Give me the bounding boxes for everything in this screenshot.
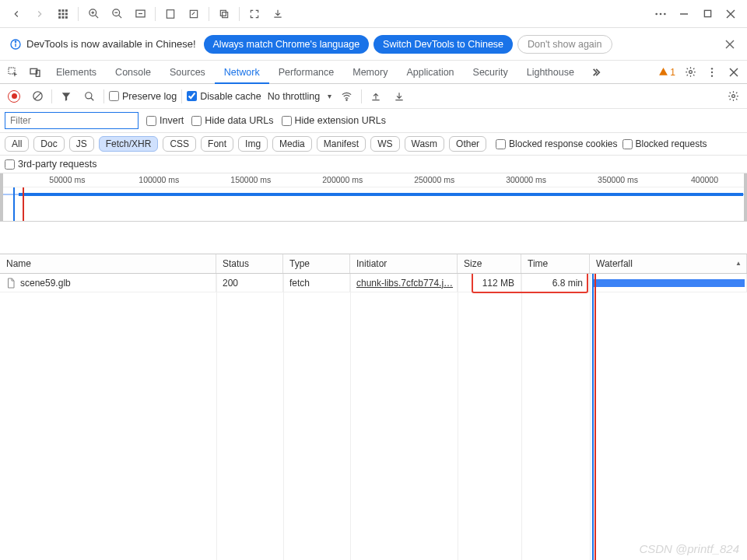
back-icon[interactable]: [5, 2, 28, 26]
tab-sources[interactable]: Sources: [160, 61, 215, 84]
svg-rect-6: [58, 16, 61, 18]
blocked-cookies-label: Blocked response cookies: [509, 138, 617, 149]
timeline-tick: 150000 ms: [230, 175, 271, 184]
clear-icon[interactable]: [28, 87, 47, 106]
timeline-tick: 50000 ms: [49, 175, 85, 184]
col-header-status[interactable]: Status: [216, 254, 283, 273]
type-filter-manifest[interactable]: Manifest: [317, 136, 366, 152]
edit-icon[interactable]: [182, 2, 205, 26]
svg-rect-19: [190, 10, 197, 17]
type-filter-css[interactable]: CSS: [163, 136, 196, 152]
minimize-icon[interactable]: [672, 2, 696, 26]
filter-toggle-icon[interactable]: [57, 87, 75, 106]
download-icon[interactable]: [266, 2, 289, 26]
record-button[interactable]: [5, 87, 23, 106]
match-language-button[interactable]: Always match Chrome's language: [204, 35, 370, 54]
close-icon[interactable]: [719, 2, 742, 26]
apps-grid-icon[interactable]: [51, 2, 75, 26]
warnings-badge[interactable]: 1: [655, 67, 679, 78]
forward-icon[interactable]: [28, 2, 51, 26]
banner-close-icon[interactable]: [722, 37, 738, 52]
col-header-initiator[interactable]: Initiator: [350, 254, 458, 273]
type-filter-ws[interactable]: WS: [370, 136, 399, 152]
type-filter-img[interactable]: Img: [238, 136, 268, 152]
col-header-type[interactable]: Type: [283, 254, 350, 273]
settings-gear-icon[interactable]: [680, 62, 700, 82]
invert-checkbox[interactable]: Invert: [146, 115, 184, 126]
hide-ext-urls-checkbox[interactable]: Hide extension URLs: [282, 115, 386, 126]
svg-point-24: [664, 12, 666, 15]
initiator-link[interactable]: chunk-libs.7cfcb774.j…: [356, 278, 453, 289]
wifi-icon[interactable]: [338, 87, 356, 106]
zoom-in-icon[interactable]: [82, 2, 105, 26]
blocked-requests-checkbox[interactable]: Blocked requests: [622, 138, 707, 149]
copy-icon[interactable]: [212, 2, 236, 26]
device-toolbar-icon[interactable]: [25, 62, 45, 82]
disable-cache-checkbox[interactable]: Disable cache: [187, 91, 261, 102]
devtools-tabstrip: ElementsConsoleSourcesNetworkPerformance…: [0, 61, 747, 84]
col-header-size[interactable]: Size: [458, 254, 521, 273]
more-tabs-icon[interactable]: [585, 62, 605, 82]
type-filter-media[interactable]: Media: [272, 136, 312, 152]
third-party-checkbox[interactable]: 3rd-party requests: [5, 159, 96, 170]
svg-point-39: [711, 71, 713, 72]
type-filter-all[interactable]: All: [5, 136, 29, 152]
tab-network[interactable]: Network: [215, 61, 269, 84]
col-header-waterfall[interactable]: Waterfall: [590, 254, 747, 273]
network-settings-gear-icon[interactable]: [724, 87, 742, 106]
fullscreen-icon[interactable]: [243, 2, 266, 26]
svg-rect-20: [223, 12, 228, 17]
col-header-time[interactable]: Time: [521, 254, 590, 273]
preserve-log-label: Preserve log: [122, 91, 177, 102]
preserve-log-checkbox[interactable]: Preserve log: [109, 91, 177, 102]
svg-rect-4: [62, 12, 65, 15]
import-har-icon[interactable]: [366, 87, 385, 106]
type-filter-fetch-xhr[interactable]: Fetch/XHR: [99, 136, 159, 152]
svg-rect-7: [62, 16, 65, 18]
svg-rect-26: [704, 10, 710, 16]
hide-data-urls-checkbox[interactable]: Hide data URLs: [191, 115, 273, 126]
zoom-out-icon[interactable]: [105, 2, 128, 26]
type-filter-other[interactable]: Other: [449, 136, 486, 152]
type-filter-wasm[interactable]: Wasm: [405, 136, 445, 152]
timeline-tick: 350000 ms: [598, 175, 638, 184]
type-filter-font[interactable]: Font: [201, 136, 233, 152]
timeline-handle-left[interactable]: [0, 173, 3, 221]
col-header-name[interactable]: Name: [0, 254, 216, 273]
search-icon[interactable]: [80, 87, 99, 106]
cell-type: fetch: [283, 274, 350, 292]
filter-input[interactable]: [5, 112, 139, 129]
type-filter-js[interactable]: JS: [69, 136, 94, 152]
tab-application[interactable]: Application: [397, 61, 463, 84]
table-row[interactable]: scene59.glb 200 fetch chunk-libs.7cfcb77…: [0, 274, 747, 292]
tab-memory[interactable]: Memory: [343, 61, 397, 84]
more-icon[interactable]: [649, 2, 672, 26]
throttling-select[interactable]: No throttling: [266, 89, 333, 103]
third-party-label: 3rd-party requests: [18, 159, 96, 170]
svg-point-47: [346, 100, 347, 100]
tab-security[interactable]: Security: [464, 61, 517, 84]
separator: [361, 89, 362, 103]
network-table: Name Status Type Initiator Size Time Wat…: [0, 254, 747, 560]
tab-lighthouse[interactable]: Lighthouse: [517, 61, 584, 84]
tab-performance[interactable]: Performance: [269, 61, 344, 84]
separator: [181, 89, 182, 103]
svg-point-48: [731, 95, 735, 98]
timeline-overview[interactable]: 50000 ms100000 ms150000 ms200000 ms25000…: [0, 173, 747, 222]
tab-elements[interactable]: Elements: [47, 61, 106, 84]
tab-console[interactable]: Console: [106, 61, 160, 84]
browser-toolbar: [0, 0, 747, 28]
inspect-element-icon[interactable]: [3, 62, 23, 82]
dismiss-button[interactable]: Don't show again: [517, 35, 612, 54]
maximize-icon[interactable]: [696, 2, 719, 26]
info-icon: [9, 38, 22, 51]
timeline-handle-right[interactable]: [744, 173, 747, 221]
kebab-menu-icon[interactable]: [702, 62, 722, 82]
page-icon[interactable]: [159, 2, 182, 26]
type-filter-doc[interactable]: Doc: [33, 136, 64, 152]
devtools-close-icon[interactable]: [724, 62, 744, 82]
blocked-cookies-checkbox[interactable]: Blocked response cookies: [496, 138, 617, 149]
fit-width-icon[interactable]: [128, 2, 152, 26]
switch-language-button[interactable]: Switch DevTools to Chinese: [374, 35, 513, 54]
export-har-icon[interactable]: [390, 87, 409, 106]
